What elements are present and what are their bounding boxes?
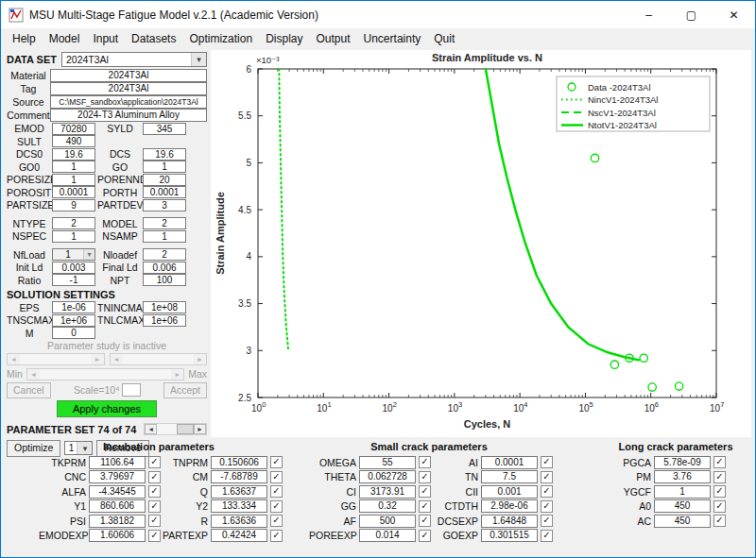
gg-field[interactable]: 0.32 — [359, 499, 416, 513]
emodexp-checkbox[interactable]: ✓ — [148, 530, 161, 542]
pm-checkbox[interactable]: ✓ — [713, 471, 726, 483]
cnc-field[interactable]: 3.79697 — [89, 470, 146, 483]
syld-field[interactable]: 345 — [143, 123, 186, 135]
r-checkbox[interactable]: ✓ — [270, 515, 283, 527]
dcsexp-checkbox[interactable]: ✓ — [541, 515, 553, 527]
parameter-set-slider[interactable]: ◄ ► — [144, 423, 207, 435]
r-field[interactable]: 1.63636 — [211, 515, 267, 528]
menu-quit[interactable]: Quit — [427, 29, 461, 48]
omega-field[interactable]: 55 — [359, 456, 416, 469]
alfa-checkbox[interactable]: ✓ — [148, 485, 161, 498]
nsamp-field[interactable]: 1 — [143, 230, 186, 243]
ntype-field[interactable]: 2 — [52, 217, 95, 229]
arrow-left-icon[interactable]: ◄ — [27, 369, 40, 380]
tn-field[interactable]: 7.5 — [481, 470, 538, 483]
comment-field[interactable]: 2024-T3 Aluminum Alloy — [50, 109, 207, 122]
gg-checkbox[interactable]: ✓ — [419, 500, 431, 513]
menu-optimization[interactable]: Optimization — [182, 29, 259, 48]
arrow-right-icon[interactable]: ► — [171, 369, 183, 380]
tnlcmax-field[interactable]: 1e+06 — [143, 314, 186, 327]
ctdth-checkbox[interactable]: ✓ — [541, 500, 553, 513]
psi-checkbox[interactable]: ✓ — [148, 515, 161, 527]
slider-track[interactable] — [157, 424, 177, 434]
pgca-field[interactable]: 5.78e-09 — [654, 456, 711, 469]
scale-exponent-field[interactable] — [122, 383, 141, 397]
dcs-field[interactable]: 19.6 — [143, 148, 186, 161]
dataset-dropdown[interactable]: 2024T3Al ▾ — [61, 52, 207, 67]
tnincmax-field[interactable]: 1e+08 — [143, 301, 186, 313]
cm-checkbox[interactable]: ✓ — [270, 471, 283, 483]
dcs0-field[interactable]: 19.6 — [52, 148, 95, 161]
ygcf-field[interactable]: 1 — [654, 485, 711, 499]
eps-field[interactable]: 1e-06 — [52, 301, 95, 313]
pgca-checkbox[interactable]: ✓ — [713, 456, 726, 468]
slider-track[interactable] — [20, 354, 92, 364]
menu-help[interactable]: Help — [6, 29, 43, 48]
close-button[interactable]: ✕ — [713, 1, 755, 28]
tn-checkbox[interactable]: ✓ — [541, 471, 553, 483]
accept-button[interactable]: Accept — [163, 382, 207, 398]
go-field[interactable]: 1 — [143, 161, 186, 173]
ci-checkbox[interactable]: ✓ — [419, 485, 431, 498]
ai-field[interactable]: 0.0001 — [481, 456, 538, 469]
q-checkbox[interactable]: ✓ — [270, 485, 283, 498]
ratio-field[interactable]: -1 — [52, 274, 95, 286]
arrow-right-icon[interactable]: ► — [194, 424, 206, 434]
cnc-checkbox[interactable]: ✓ — [148, 471, 161, 483]
arrow-right-icon[interactable]: ► — [194, 354, 206, 364]
af-checkbox[interactable]: ✓ — [419, 515, 431, 527]
menu-input[interactable]: Input — [86, 29, 125, 48]
ci-field[interactable]: 3173.91 — [359, 485, 416, 499]
y1-checkbox[interactable]: ✓ — [148, 500, 161, 513]
goexp-checkbox[interactable]: ✓ — [541, 530, 553, 542]
porosity-field[interactable]: 0.0001 — [52, 186, 95, 198]
source-field[interactable]: C:\MSF_sandbox\application\2024T3Al — [50, 95, 207, 109]
arrow-left-icon[interactable]: ◄ — [145, 424, 157, 434]
ac-checkbox[interactable]: ✓ — [713, 515, 726, 527]
poreexp-field[interactable]: 0.014 — [359, 529, 416, 542]
sult-field[interactable]: 490 — [52, 135, 95, 147]
pm-field[interactable]: 3.76 — [654, 470, 711, 483]
final-ld-field[interactable]: 0.006 — [143, 262, 186, 274]
ygcf-checkbox[interactable]: ✓ — [713, 485, 726, 498]
cm-field[interactable]: -7.68789 — [211, 470, 267, 483]
cii-checkbox[interactable]: ✓ — [541, 485, 553, 498]
model-field[interactable]: 2 — [143, 217, 186, 229]
menu-uncertainty[interactable]: Uncertainty — [357, 29, 428, 48]
tnprm-checkbox[interactable]: ✓ — [270, 456, 283, 468]
theta-field[interactable]: 0.062728 — [359, 470, 416, 483]
nfload-dropdown[interactable]: 1▾ — [52, 248, 95, 261]
arrow-left-icon[interactable]: ◄ — [111, 354, 123, 364]
y2-field[interactable]: 133.334 — [211, 499, 267, 513]
poreexp-checkbox[interactable]: ✓ — [419, 530, 431, 542]
nloadef-field[interactable]: 2 — [143, 248, 186, 261]
theta-checkbox[interactable]: ✓ — [419, 471, 431, 483]
slider-thumb[interactable] — [177, 424, 194, 434]
alfa-field[interactable]: -4.34545 — [89, 485, 146, 499]
psi-field[interactable]: 1.38182 — [89, 515, 146, 528]
tnprm-field[interactable]: 0.150606 — [211, 456, 267, 469]
q-field[interactable]: 1.63637 — [211, 485, 267, 499]
m-field[interactable]: 0 — [52, 327, 95, 339]
emodexp-field[interactable]: 1.60606 — [89, 529, 146, 542]
tag-field[interactable]: 2024T3Al — [50, 82, 207, 95]
study-slider-1[interactable]: ◄ ► — [7, 353, 105, 365]
apply-changes-button[interactable]: Apply changes — [57, 400, 157, 417]
menu-model[interactable]: Model — [43, 29, 87, 48]
partexp-checkbox[interactable]: ✓ — [270, 530, 283, 542]
partexp-field[interactable]: 0.42424 — [211, 529, 267, 542]
go0-field[interactable]: 1 — [52, 161, 95, 173]
range-slider[interactable]: ◄ ► — [26, 368, 184, 380]
init-ld-field[interactable]: 0.003 — [52, 262, 95, 274]
porth-field[interactable]: 0.0001 — [143, 186, 186, 198]
ctdth-field[interactable]: 2.98e-06 — [481, 499, 538, 513]
menu-output[interactable]: Output — [310, 29, 357, 48]
slider-track[interactable] — [123, 354, 195, 364]
dcsexp-field[interactable]: 1.64848 — [481, 515, 538, 528]
study-slider-2[interactable]: ◄ ► — [110, 353, 208, 365]
goexp-field[interactable]: 0.301515 — [481, 529, 538, 542]
af-field[interactable]: 500 — [359, 515, 416, 528]
maximize-button[interactable]: ▢ — [670, 1, 713, 28]
partdev-field[interactable]: 3 — [143, 199, 186, 211]
arrow-left-icon[interactable]: ◄ — [8, 354, 20, 364]
